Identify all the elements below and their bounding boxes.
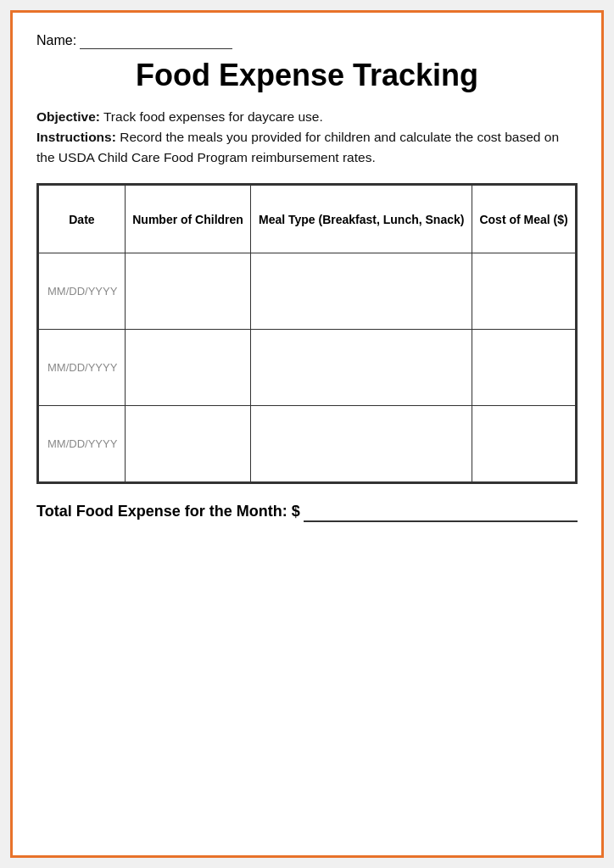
expense-table-wrapper: Date Number of Children Meal Type (Break…	[36, 183, 578, 484]
table-row: MM/DD/YYYY	[39, 253, 576, 330]
row3-meal-type[interactable]	[251, 406, 472, 482]
row3-date[interactable]: MM/DD/YYYY	[39, 406, 126, 482]
row1-cost[interactable]	[472, 253, 576, 330]
name-label: Name:	[36, 33, 76, 48]
col-header-children: Number of Children	[125, 186, 250, 253]
table-header-row: Date Number of Children Meal Type (Break…	[39, 186, 576, 253]
objective-text: Track food expenses for daycare use.	[100, 109, 323, 124]
instructions-label: Instructions:	[36, 130, 116, 144]
row1-meal-type[interactable]	[251, 253, 472, 330]
row1-children[interactable]	[125, 253, 250, 330]
total-row: Total Food Expense for the Month: $	[36, 503, 578, 522]
total-label: Total Food Expense for the Month: $	[36, 503, 300, 520]
row2-children[interactable]	[125, 330, 250, 406]
row3-children[interactable]	[125, 406, 250, 482]
col-header-meal-type: Meal Type (Breakfast, Lunch, Snack)	[251, 186, 472, 253]
name-input-line[interactable]	[80, 33, 232, 49]
total-input-line[interactable]	[304, 503, 578, 522]
table-row: MM/DD/YYYY	[39, 330, 576, 406]
objective-label: Objective:	[36, 109, 100, 124]
name-row: Name:	[36, 33, 578, 49]
row1-date[interactable]: MM/DD/YYYY	[39, 253, 126, 330]
table-row: MM/DD/YYYY	[39, 406, 576, 482]
description-block: Objective: Track food expenses for dayca…	[36, 107, 578, 168]
page-title: Food Expense Tracking	[36, 58, 578, 93]
col-header-cost: Cost of Meal ($)	[472, 186, 576, 253]
row2-meal-type[interactable]	[251, 330, 472, 406]
col-header-date: Date	[39, 186, 126, 253]
expense-table: Date Number of Children Meal Type (Break…	[38, 185, 576, 482]
worksheet-page: Name: Food Expense Tracking Objective: T…	[10, 10, 604, 858]
row3-cost[interactable]	[472, 406, 576, 482]
row2-date[interactable]: MM/DD/YYYY	[39, 330, 126, 406]
row2-cost[interactable]	[472, 330, 576, 406]
